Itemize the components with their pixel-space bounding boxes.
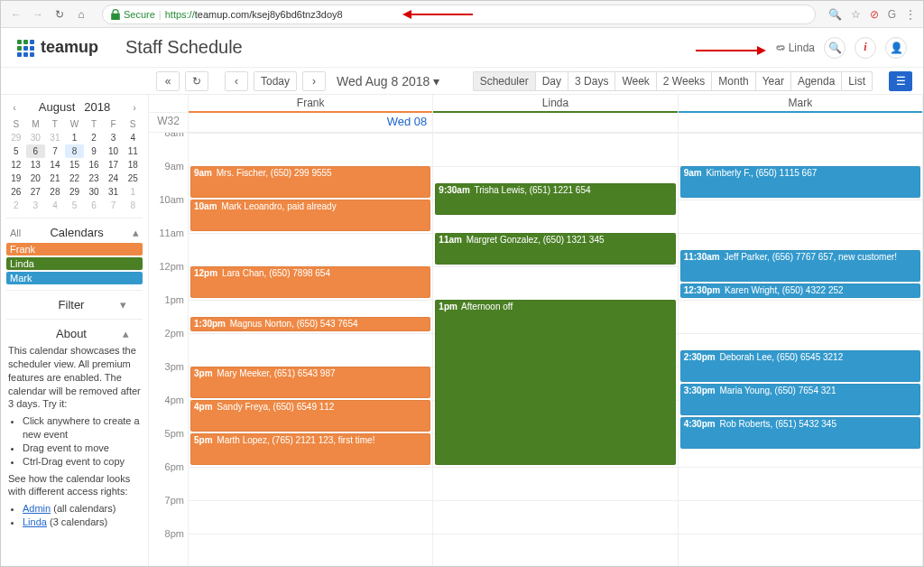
mini-cal-day[interactable]: 6 — [26, 144, 46, 158]
browser-menu-icon[interactable]: ⋮ — [905, 8, 916, 21]
mini-cal-day[interactable]: 4 — [45, 199, 65, 212]
event[interactable]: 4:30pm Rob Roberts, (651) 5432 345 — [680, 417, 920, 449]
day-column-mark[interactable]: 9am Kimberly F., (650) 1115 66711:30am J… — [679, 133, 923, 567]
mini-cal-day[interactable]: 2 — [84, 131, 104, 144]
mini-cal-day[interactable]: 1 — [65, 131, 85, 144]
mini-cal-day[interactable]: 9 — [84, 144, 104, 158]
mini-cal-day[interactable]: 29 — [6, 131, 26, 144]
mini-cal-day[interactable]: 30 — [26, 131, 46, 144]
event[interactable]: 12:30pm Karen Wright, (650) 4322 252 — [680, 284, 920, 299]
mini-calendar[interactable]: SMTWTFS293031123456789101112131415161718… — [6, 117, 143, 212]
mini-cal-day[interactable]: 5 — [65, 199, 85, 212]
mini-cal-day[interactable]: 3 — [26, 199, 46, 212]
browser-reload[interactable]: ↻ — [51, 6, 68, 23]
view-day[interactable]: Day — [535, 71, 568, 91]
mini-cal-day[interactable]: 3 — [104, 131, 124, 144]
star-icon[interactable]: ☆ — [851, 8, 861, 21]
event[interactable]: 3:30pm Maria Young, (650) 7654 321 — [680, 384, 920, 415]
mini-cal-day[interactable]: 6 — [84, 199, 104, 212]
share-link[interactable]: Linda — [775, 42, 815, 54]
event[interactable]: 12pm Lara Chan, (650) 7898 654 — [190, 266, 430, 298]
view-week[interactable]: Week — [614, 71, 655, 91]
user-button[interactable]: 👤 — [885, 37, 907, 59]
mini-cal-day[interactable]: 10 — [104, 144, 124, 158]
event[interactable]: 11am Margret Gonzalez, (650) 1321 345 — [435, 233, 675, 265]
first-button[interactable]: « — [156, 71, 180, 91]
mini-cal-day[interactable]: 7 — [104, 199, 124, 212]
browser-back[interactable]: ← — [8, 6, 24, 23]
mini-cal-day[interactable]: 25 — [123, 172, 143, 185]
view-agenda[interactable]: Agenda — [790, 71, 841, 91]
mini-cal-day[interactable]: 29 — [65, 185, 85, 199]
mini-cal-day[interactable]: 14 — [45, 158, 65, 172]
chevron-up-icon[interactable]: ▴ — [123, 327, 129, 340]
mini-cal-day[interactable]: 8 — [65, 144, 85, 158]
mini-cal-day[interactable]: 1 — [123, 185, 143, 199]
event[interactable]: 10am Mark Leoandro, paid already — [190, 200, 430, 231]
mini-cal-prev[interactable]: ‹ — [8, 102, 21, 113]
calendar-tag-frank[interactable]: Frank — [6, 243, 143, 256]
event[interactable]: 2:30pm Deborah Lee, (650) 6545 3212 — [680, 350, 920, 382]
mini-cal-day[interactable]: 17 — [104, 158, 124, 172]
view-year[interactable]: Year — [755, 71, 790, 91]
mini-cal-next[interactable]: › — [128, 102, 141, 113]
chevron-down-icon[interactable]: ▾ — [120, 298, 126, 311]
mini-cal-day[interactable]: 31 — [45, 131, 65, 144]
mini-cal-day[interactable]: 26 — [6, 185, 26, 199]
view-3-days[interactable]: 3 Days — [568, 71, 614, 91]
mini-cal-day[interactable]: 15 — [65, 158, 85, 172]
event[interactable]: 9am Kimberly F., (650) 1115 667 — [680, 166, 920, 198]
chevron-up-icon[interactable]: ▴ — [133, 226, 139, 239]
mini-cal-day[interactable]: 13 — [26, 158, 46, 172]
event[interactable]: 1:30pm Magnus Norton, (650) 543 7654 — [190, 317, 430, 332]
logo[interactable]: teamup — [17, 38, 98, 57]
event[interactable]: 9am Mrs. Fischer, (650) 299 9555 — [190, 166, 430, 198]
about-admin-link[interactable]: Admin — [23, 503, 51, 514]
menu-button[interactable]: ☰ — [889, 71, 912, 91]
calendar-tag-linda[interactable]: Linda — [6, 257, 143, 270]
mini-cal-day[interactable]: 24 — [104, 172, 124, 185]
extension-icon[interactable]: ⊘ — [870, 8, 879, 21]
mini-cal-day[interactable]: 27 — [26, 185, 46, 199]
next-day-button[interactable]: › — [302, 71, 326, 91]
browser-forward[interactable]: → — [30, 6, 46, 23]
calendar-tag-mark[interactable]: Mark — [6, 272, 143, 284]
prev-day-button[interactable]: ‹ — [225, 71, 248, 91]
zoom-icon[interactable]: 🔍 — [828, 8, 842, 21]
mini-cal-day[interactable]: 11 — [123, 144, 143, 158]
browser-home[interactable]: ⌂ — [73, 6, 89, 23]
mini-cal-day[interactable]: 30 — [84, 185, 104, 199]
event[interactable]: 1pm Afternoon off — [435, 300, 675, 465]
event[interactable]: 11:30am Jeff Parker, (656) 7767 657, new… — [680, 250, 920, 282]
event[interactable]: 9:30am Trisha Lewis, (651) 1221 654 — [435, 183, 675, 215]
mini-cal-day[interactable]: 22 — [65, 172, 85, 185]
mini-cal-day[interactable]: 12 — [6, 158, 26, 172]
event[interactable]: 4pm Sandy Freya, (650) 6549 112 — [190, 400, 430, 432]
info-button[interactable]: i — [855, 37, 876, 59]
search-button[interactable]: 🔍 — [824, 37, 845, 59]
mini-cal-day[interactable]: 8 — [123, 199, 143, 212]
mini-cal-day[interactable]: 16 — [84, 158, 104, 172]
view-list[interactable]: List — [841, 71, 873, 91]
url-bar[interactable]: Secure | https://teamup.com/ksej8y6bd6tn… — [102, 5, 816, 24]
event[interactable]: 5pm Marth Lopez, (765) 2121 123, first t… — [190, 433, 430, 465]
about-linda-link[interactable]: Linda — [23, 516, 47, 527]
mini-cal-day[interactable]: 18 — [123, 158, 143, 172]
day-column-frank[interactable]: 9am Mrs. Fischer, (650) 299 955510am Mar… — [189, 133, 433, 567]
mini-cal-day[interactable]: 7 — [45, 144, 65, 158]
mini-cal-day[interactable]: 20 — [26, 172, 46, 185]
event[interactable]: 3pm Mary Meeker, (651) 6543 987 — [190, 367, 430, 398]
mini-cal-day[interactable]: 4 — [123, 131, 143, 144]
day-column-linda[interactable]: 9:30am Trisha Lewis, (651) 1221 65411am … — [433, 133, 678, 567]
mini-cal-day[interactable]: 5 — [6, 144, 26, 158]
mini-cal-day[interactable]: 21 — [45, 172, 65, 185]
today-button[interactable]: Today — [254, 71, 297, 91]
calendars-all[interactable]: All — [10, 228, 21, 238]
mini-cal-day[interactable]: 2 — [6, 199, 26, 212]
view-scheduler[interactable]: Scheduler — [473, 71, 535, 91]
day-label[interactable]: Wed 08 — [189, 113, 433, 132]
mini-cal-day[interactable]: 31 — [104, 185, 124, 199]
date-heading[interactable]: Wed Aug 8 2018 ▾ — [337, 74, 439, 88]
view-2-weeks[interactable]: 2 Weeks — [656, 71, 711, 91]
mini-cal-day[interactable]: 19 — [6, 172, 26, 185]
